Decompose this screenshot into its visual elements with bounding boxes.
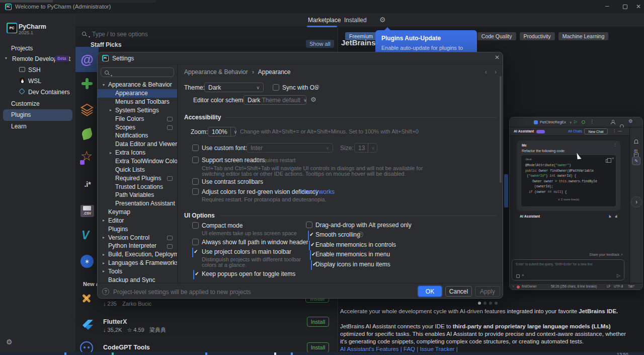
tree-chevron-icon[interactable] (101, 218, 107, 223)
tag[interactable]: Code Quality (477, 32, 516, 40)
minimize-icon[interactable]: – (605, 2, 609, 10)
tag[interactable]: Machine Learning (558, 32, 608, 40)
plugin-icon-i-star[interactable]: .i* (79, 180, 96, 189)
sidebar-item-dev-containers[interactable]: Dev Containers (28, 89, 70, 96)
link-features[interactable]: AI Assistant's Features (340, 346, 399, 352)
sidebar-item-learn[interactable]: Learn (11, 123, 27, 130)
settings-search-field[interactable] (101, 67, 174, 77)
settings-tree-item[interactable]: Python Interpreter (98, 242, 177, 250)
settings-tree-item[interactable]: Presentation Assistant (98, 199, 177, 208)
settings-tree-item[interactable]: Quick Lists (98, 165, 177, 174)
cancel-button[interactable]: Cancel (445, 286, 472, 297)
settings-tree-item[interactable]: Notifications (98, 131, 177, 140)
plugin-icon-orange-x[interactable] (81, 293, 92, 304)
sync-os-gear-icon[interactable]: ⚙ (314, 84, 320, 90)
nav-forward-icon[interactable]: › (495, 68, 497, 76)
settings-tree-item[interactable]: Trusted Locations (98, 182, 177, 191)
plugin-icon-green-plus[interactable] (82, 78, 93, 89)
plugin-icon-leaf[interactable] (81, 128, 93, 140)
settings-tree-item[interactable]: Scopes (98, 123, 177, 131)
sidebar-item-wsl[interactable]: WSL (28, 78, 41, 85)
ok-button[interactable]: OK (418, 286, 442, 297)
link-issue-tracker[interactable]: Issue Tracker (420, 346, 454, 352)
settings-tree-item[interactable]: Required Plugins (98, 174, 177, 182)
dialog-close-icon[interactable]: ✕ (495, 54, 500, 61)
plugin-search-input[interactable]: Type / to see options (92, 31, 148, 38)
apply-button[interactable]: Apply (475, 286, 500, 297)
tree-chevron-icon[interactable] (108, 151, 114, 155)
settings-tree-item[interactable]: System Settings (98, 106, 177, 115)
tree-chevron-icon[interactable] (101, 235, 107, 240)
settings-tree-item[interactable]: Plugins (98, 225, 177, 233)
contrast-scrollbars-checkbox[interactable] (192, 178, 199, 185)
tree-chevron-icon[interactable] (101, 83, 107, 87)
taskbar-icon-sliver[interactable] (291, 352, 293, 355)
taskbar-icon-sliver[interactable] (274, 352, 276, 355)
sidebar-item-customize[interactable]: Customize (11, 100, 40, 107)
tab-marketplace[interactable]: Marketplace (308, 17, 341, 24)
taskbar-icon-sliver[interactable] (205, 352, 207, 355)
scheme-select[interactable]: Dark Theme default (244, 95, 306, 105)
settings-tree-item[interactable]: Extra ToolWindow Colorful I (98, 157, 177, 166)
tag[interactable]: Productivity (520, 32, 555, 40)
screen-readers-checkbox[interactable] (192, 157, 199, 163)
zoom-select[interactable]: 100% (208, 127, 236, 136)
keep-popups-checkbox[interactable] (193, 270, 194, 279)
settings-tree-item[interactable]: Appearance (98, 89, 177, 98)
sync-with-os-checkbox[interactable] (273, 84, 279, 91)
tree-chevron-icon[interactable] (108, 108, 114, 112)
settings-tree-item[interactable]: File Colors (98, 114, 177, 123)
search-options-chevron-icon[interactable] (88, 31, 90, 40)
install-button-flutterx[interactable]: Install (307, 317, 329, 327)
theme-select[interactable]: Dark (204, 83, 264, 92)
plugin-icon-csv[interactable]: .CSV (80, 205, 94, 217)
link-faq[interactable]: FAQ (404, 346, 415, 352)
carousel-next-button[interactable]: › (631, 196, 642, 207)
tab-installed[interactable]: Installed (344, 17, 367, 24)
sidebar-item-ssh[interactable]: SSH (28, 66, 41, 74)
carousel-dot[interactable] (489, 302, 492, 305)
settings-tree-item[interactable]: Version Control (98, 233, 177, 242)
plugin-icon-kubernetes[interactable]: ✶ (80, 255, 94, 268)
compact-mode-checkbox[interactable] (192, 222, 199, 229)
footer-help-icon[interactable]: ? (102, 288, 109, 295)
custom-font-checkbox[interactable] (192, 145, 199, 151)
plugin-name-flutterx[interactable]: FlutterX (103, 318, 127, 325)
settings-tree-item[interactable]: Data Editor and Viewer (98, 140, 177, 149)
scheme-gear-icon[interactable]: ⚙ (310, 96, 316, 103)
taskbar-icon-sliver[interactable] (112, 352, 114, 355)
font-select[interactable]: Inter (247, 143, 333, 153)
settings-tree-item[interactable]: Tools (98, 267, 177, 276)
settings-tree-item[interactable]: Path Variables (98, 191, 177, 199)
close-icon[interactable]: ✕ (636, 3, 641, 10)
font-size-select[interactable]: 13 (354, 143, 377, 153)
mnemonics-controls-checkbox[interactable] (309, 241, 310, 250)
mnemonics-menu-checkbox[interactable] (310, 250, 311, 260)
sidebar-item-plugins[interactable]: Plugins (3, 109, 72, 121)
help-icon[interactable]: ? (358, 232, 363, 237)
carousel-dot[interactable] (478, 302, 481, 305)
settings-tree-item[interactable]: Languages & Frameworks (98, 259, 177, 267)
plugin-name-codegpt[interactable]: CodeGPT Tools (103, 344, 150, 351)
breadcrumb-parent[interactable]: Appearance & Behavior (184, 68, 248, 76)
tree-chevron-icon[interactable] (101, 252, 107, 257)
plugins-settings-gear-icon[interactable]: ⚙ (379, 16, 386, 23)
settings-tree-item[interactable]: Editor (98, 217, 177, 225)
settings-tree-item[interactable]: Build, Execution, Deployment (98, 250, 177, 259)
settings-tree-item[interactable]: Keymap (98, 208, 177, 217)
plugin-icon-v[interactable]: V (82, 229, 94, 242)
settings-tree-item[interactable]: Extra Icons (98, 149, 177, 157)
maximize-icon[interactable] (623, 5, 627, 9)
sidebar-item-projects[interactable]: Projects (11, 45, 33, 52)
show-all-link[interactable]: Show all (306, 40, 334, 48)
settings-tree-item[interactable]: Menus and Toolbars (98, 98, 177, 106)
dnd-alt-checkbox[interactable] (306, 222, 312, 228)
tree-chevron-icon[interactable] (101, 269, 107, 273)
project-colors-checkbox[interactable] (192, 248, 193, 257)
install-button-codegpt[interactable]: Install (307, 342, 329, 352)
taskbar-icon-sliver[interactable] (64, 352, 66, 355)
ai-assistant-plugin-icon[interactable]: @ (79, 50, 95, 69)
carousel-dot[interactable] (495, 302, 498, 305)
smooth-scrolling-checkbox[interactable] (308, 231, 309, 240)
tree-chevron-icon[interactable] (101, 261, 107, 265)
